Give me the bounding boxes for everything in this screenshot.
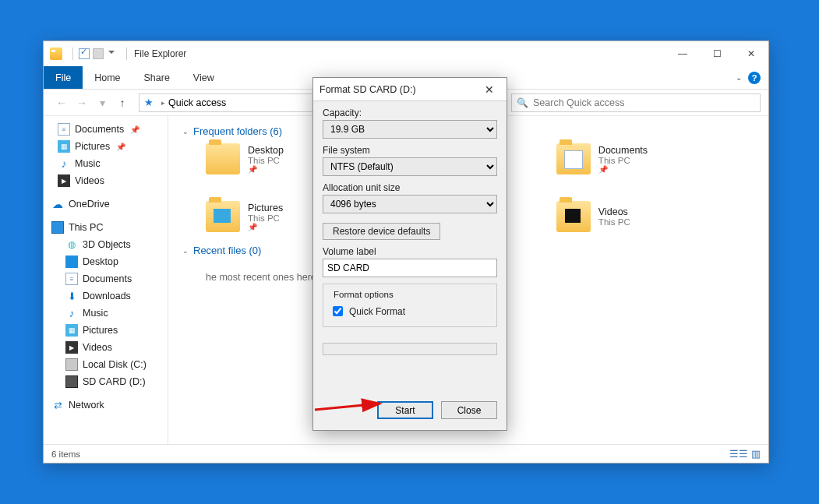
qat-newfolder-icon[interactable] (93, 48, 104, 59)
dialog-close-button[interactable]: ✕ (478, 81, 500, 98)
network-icon: ⇄ (51, 399, 64, 411)
search-placeholder: Search Quick access (533, 97, 624, 108)
nav-pictures[interactable]: ▦Pictures📌 (47, 138, 168, 155)
search-input[interactable]: 🔍 Search Quick access (511, 93, 761, 112)
nav-localdisk[interactable]: Local Disk (C:) (47, 356, 168, 373)
breadcrumb-sep-icon: ▸ (161, 99, 165, 107)
folder-icon (206, 143, 240, 174)
allocation-label: Allocation unit size (323, 182, 497, 193)
back-button[interactable]: ← (53, 94, 70, 111)
format-options-legend: Format options (331, 290, 396, 299)
thispc-icon (51, 221, 64, 234)
pin-icon: 📌 (248, 223, 283, 231)
nav-thispc[interactable]: This PC (47, 219, 168, 236)
titlebar-sep (72, 48, 73, 60)
pictures-icon: ▦ (58, 140, 70, 153)
details-view-button[interactable]: ☰☰ (729, 448, 748, 460)
sdcard-icon (65, 375, 78, 388)
filesystem-label: File system (323, 145, 497, 156)
close-dialog-button[interactable]: Close (441, 401, 497, 419)
tile-documents[interactable]: Documents This PC 📌 (556, 143, 648, 174)
nav-documents[interactable]: ≡Documents📌 (47, 121, 168, 138)
videos-icon: ▶ (65, 341, 78, 354)
titlebar: File Explorer — ☐ ✕ (44, 41, 768, 66)
window-title: File Explorer (134, 48, 186, 59)
forward-button[interactable]: → (73, 94, 90, 111)
ribbon-collapse-icon[interactable]: ⌄ (736, 73, 742, 82)
up-button[interactable]: ↑ (114, 94, 131, 111)
tile-location: This PC (598, 217, 630, 227)
tile-videos[interactable]: Videos This PC (556, 201, 648, 232)
restore-defaults-button[interactable]: Restore device defaults (323, 223, 440, 240)
format-progress-bar (323, 343, 497, 355)
videos-icon: ▶ (58, 174, 70, 187)
tiles-view-button[interactable]: ▥ (751, 448, 761, 460)
nav-downloads[interactable]: ⬇Downloads (47, 287, 168, 305)
drive-icon (65, 358, 78, 371)
tile-label: Documents (598, 145, 648, 156)
folder-icon (50, 48, 62, 60)
pictures-icon: ▦ (65, 324, 78, 337)
nav-music[interactable]: ♪Music (47, 155, 168, 172)
dialog-titlebar: Format SD CARD (D:) ✕ (313, 78, 507, 101)
capacity-label: Capacity: (323, 107, 497, 118)
dialog-title: Format SD CARD (D:) (319, 84, 416, 95)
navigation-pane: ≡Documents📌 ▦Pictures📌 ♪Music ▶Videos ☁O… (44, 116, 168, 444)
quickaccess-icon: ★ (144, 97, 154, 108)
nav-onedrive[interactable]: ☁OneDrive (47, 196, 168, 213)
nav-3dobjects[interactable]: ◍3D Objects (47, 236, 168, 253)
documents-icon: ≡ (58, 123, 70, 136)
onedrive-icon: ☁ (51, 198, 64, 210)
qat-customize-dropdown[interactable] (107, 48, 118, 59)
music-icon: ♪ (58, 157, 70, 170)
status-bar: 6 items ☰☰ ▥ (44, 444, 768, 463)
desktop-icon (65, 256, 78, 268)
chevron-down-icon: ⌄ (182, 128, 189, 136)
breadcrumb[interactable]: Quick access (168, 97, 226, 108)
tile-desktop[interactable]: Desktop This PC 📌 (206, 143, 284, 174)
nav-videos2[interactable]: ▶Videos (47, 339, 168, 356)
tile-label: Pictures (248, 203, 283, 213)
format-dialog: Format SD CARD (D:) ✕ Capacity: 19.9 GB … (312, 77, 507, 431)
allocation-select[interactable]: 4096 bytes (323, 195, 497, 213)
qat-properties-icon[interactable] (79, 48, 90, 59)
tab-file[interactable]: File (44, 66, 83, 89)
titlebar-sep2 (126, 48, 127, 60)
3dobjects-icon: ◍ (65, 238, 78, 251)
documents-folder-icon (556, 143, 591, 174)
format-options-group: Format options Quick Format (323, 284, 497, 327)
volume-label-label: Volume label (323, 246, 497, 257)
nav-videos[interactable]: ▶Videos (47, 172, 168, 189)
tile-label: Desktop (248, 145, 284, 156)
quick-format-checkbox[interactable]: Quick Format (330, 304, 490, 319)
nav-network[interactable]: ⇄Network (47, 397, 168, 414)
tab-share[interactable]: Share (132, 66, 182, 89)
tile-label: Videos (598, 206, 630, 217)
filesystem-select[interactable]: NTFS (Default) (323, 157, 497, 176)
pin-icon: 📌 (598, 165, 648, 174)
tile-location: This PC (248, 213, 283, 223)
volume-label-input[interactable] (323, 259, 497, 277)
downloads-icon: ⬇ (65, 290, 78, 302)
nav-desktop[interactable]: Desktop (47, 253, 168, 270)
minimize-button[interactable]: — (665, 41, 700, 66)
close-button[interactable]: ✕ (734, 41, 768, 66)
pin-icon: 📌 (116, 143, 125, 151)
search-icon: 🔍 (517, 97, 528, 108)
pin-icon: 📌 (248, 165, 284, 174)
maximize-button[interactable]: ☐ (700, 41, 734, 66)
tile-pictures[interactable]: Pictures This PC 📌 (206, 201, 284, 232)
recent-locations-dropdown[interactable]: ▾ (94, 94, 111, 111)
tab-view[interactable]: View (182, 66, 226, 89)
nav-music2[interactable]: ♪Music (47, 305, 168, 322)
start-button[interactable]: Start (377, 401, 433, 419)
item-count: 6 items (51, 449, 80, 459)
nav-pictures2[interactable]: ▦Pictures (47, 322, 168, 339)
capacity-select[interactable]: 19.9 GB (323, 120, 497, 139)
nav-documents2[interactable]: ≡Documents (47, 270, 168, 287)
nav-sdcard[interactable]: SD CARD (D:) (47, 373, 168, 390)
help-button[interactable]: ? (748, 72, 761, 84)
tab-home[interactable]: Home (83, 66, 132, 89)
chevron-down-icon: ⌄ (182, 247, 189, 255)
quick-format-checkbox-input[interactable] (333, 306, 343, 316)
